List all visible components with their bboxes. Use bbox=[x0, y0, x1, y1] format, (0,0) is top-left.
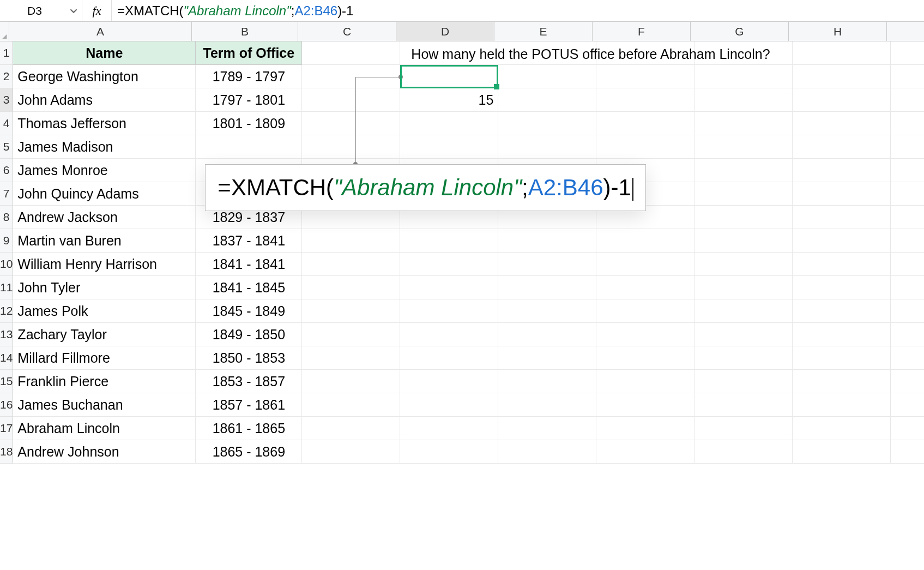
cell-D5[interactable] bbox=[400, 135, 498, 159]
cell-H15[interactable] bbox=[793, 370, 891, 393]
cell-I8[interactable] bbox=[891, 206, 924, 229]
cell-E16[interactable] bbox=[498, 393, 596, 417]
cell-G17[interactable] bbox=[694, 417, 793, 440]
row-header-12[interactable]: 12 bbox=[0, 299, 13, 323]
column-header-A[interactable]: A bbox=[9, 22, 192, 41]
cell-B15[interactable]: 1853 - 1857 bbox=[196, 370, 302, 393]
cell-B13[interactable]: 1849 - 1850 bbox=[196, 323, 302, 346]
cell-I5[interactable] bbox=[891, 135, 924, 159]
cell-H3[interactable] bbox=[793, 88, 891, 112]
cell-C4[interactable] bbox=[302, 112, 400, 135]
cell-G6[interactable] bbox=[694, 159, 793, 182]
cell-E2[interactable] bbox=[498, 65, 596, 88]
cell-H17[interactable] bbox=[793, 417, 891, 440]
cell-A15[interactable]: Franklin Pierce bbox=[13, 370, 196, 393]
cell-H8[interactable] bbox=[793, 206, 891, 229]
cell-H6[interactable] bbox=[793, 159, 891, 182]
row-header-6[interactable]: 6 bbox=[0, 159, 13, 182]
cell-B12[interactable]: 1845 - 1849 bbox=[196, 299, 302, 323]
cell-I7[interactable] bbox=[891, 182, 924, 206]
cell-I10[interactable] bbox=[891, 253, 924, 276]
cell-G12[interactable] bbox=[694, 299, 793, 323]
cell-I6[interactable] bbox=[891, 159, 924, 182]
cell-E18[interactable] bbox=[498, 440, 596, 464]
name-box[interactable]: D3 bbox=[0, 0, 65, 21]
cell-G4[interactable] bbox=[694, 112, 793, 135]
row-header-5[interactable]: 5 bbox=[0, 135, 13, 159]
cell-A2[interactable]: George Washington bbox=[13, 65, 196, 88]
cell-C5[interactable] bbox=[302, 135, 400, 159]
cell-G13[interactable] bbox=[694, 323, 793, 346]
cell-A10[interactable]: William Henry Harrison bbox=[13, 253, 196, 276]
cell-B17[interactable]: 1861 - 1865 bbox=[196, 417, 302, 440]
cell-G9[interactable] bbox=[694, 229, 793, 253]
column-header-F[interactable]: F bbox=[593, 22, 691, 41]
cell-G16[interactable] bbox=[694, 393, 793, 417]
chevron-down-icon[interactable] bbox=[65, 0, 82, 21]
cell-E13[interactable] bbox=[498, 323, 596, 346]
row-header-16[interactable]: 16 bbox=[0, 393, 13, 417]
cell-A9[interactable]: Martin van Buren bbox=[13, 229, 196, 253]
cell-A6[interactable]: James Monroe bbox=[13, 159, 196, 182]
cell-D17[interactable] bbox=[400, 417, 498, 440]
cell-F5[interactable] bbox=[596, 135, 694, 159]
cell-A5[interactable]: James Madison bbox=[13, 135, 196, 159]
row-header-18[interactable]: 18 bbox=[0, 440, 13, 464]
cell-B9[interactable]: 1837 - 1841 bbox=[196, 229, 302, 253]
cell-H9[interactable] bbox=[793, 229, 891, 253]
cell-A4[interactable]: Thomas Jefferson bbox=[13, 112, 196, 135]
cell-F18[interactable] bbox=[596, 440, 694, 464]
cell-H5[interactable] bbox=[793, 135, 891, 159]
cell-C18[interactable] bbox=[302, 440, 400, 464]
cell-F17[interactable] bbox=[596, 417, 694, 440]
cell-F14[interactable] bbox=[596, 346, 694, 370]
cell-I3[interactable] bbox=[891, 88, 924, 112]
cell-G3[interactable] bbox=[694, 88, 793, 112]
cell-B16[interactable]: 1857 - 1861 bbox=[196, 393, 302, 417]
row-header-2[interactable]: 2 bbox=[0, 65, 13, 88]
cell-I18[interactable] bbox=[891, 440, 924, 464]
column-header-H[interactable]: H bbox=[789, 22, 887, 41]
cell-B4[interactable]: 1801 - 1809 bbox=[196, 112, 302, 135]
cell-D18[interactable] bbox=[400, 440, 498, 464]
cell-A11[interactable]: John Tyler bbox=[13, 276, 196, 299]
cell-E5[interactable] bbox=[498, 135, 596, 159]
cell-I9[interactable] bbox=[891, 229, 924, 253]
cell-C13[interactable] bbox=[302, 323, 400, 346]
cell-C14[interactable] bbox=[302, 346, 400, 370]
cell-B3[interactable]: 1797 - 1801 bbox=[196, 88, 302, 112]
cell-F15[interactable] bbox=[596, 370, 694, 393]
cell-C9[interactable] bbox=[302, 229, 400, 253]
cell-A17[interactable]: Abraham Lincoln bbox=[13, 417, 196, 440]
cell-I11[interactable] bbox=[891, 276, 924, 299]
cell-I2[interactable] bbox=[891, 65, 924, 88]
cell-G7[interactable] bbox=[694, 182, 793, 206]
row-header-17[interactable]: 17 bbox=[0, 417, 13, 440]
cell-E3[interactable] bbox=[498, 88, 596, 112]
cell-D4[interactable] bbox=[400, 112, 498, 135]
cell-B18[interactable]: 1865 - 1869 bbox=[196, 440, 302, 464]
cell-I14[interactable] bbox=[891, 346, 924, 370]
cell-H16[interactable] bbox=[793, 393, 891, 417]
column-header-D[interactable]: D bbox=[396, 22, 494, 41]
cell-D11[interactable] bbox=[400, 276, 498, 299]
cell-I13[interactable] bbox=[891, 323, 924, 346]
cell-H7[interactable] bbox=[793, 182, 891, 206]
cell-G5[interactable] bbox=[694, 135, 793, 159]
column-header-C[interactable]: C bbox=[298, 22, 396, 41]
cell-G15[interactable] bbox=[694, 370, 793, 393]
cell-D15[interactable] bbox=[400, 370, 498, 393]
row-header-14[interactable]: 14 bbox=[0, 346, 13, 370]
cell-G14[interactable] bbox=[694, 346, 793, 370]
cell-B10[interactable]: 1841 - 1841 bbox=[196, 253, 302, 276]
cell-E11[interactable] bbox=[498, 276, 596, 299]
cell-F9[interactable] bbox=[596, 229, 694, 253]
cell-D12[interactable] bbox=[400, 299, 498, 323]
cell-H14[interactable] bbox=[793, 346, 891, 370]
cell-E14[interactable] bbox=[498, 346, 596, 370]
cell-A7[interactable]: John Quincy Adams bbox=[13, 182, 196, 206]
cell-C17[interactable] bbox=[302, 417, 400, 440]
cell-C15[interactable] bbox=[302, 370, 400, 393]
cell-A1[interactable]: Name bbox=[13, 41, 196, 65]
cell-C3[interactable] bbox=[302, 88, 400, 112]
